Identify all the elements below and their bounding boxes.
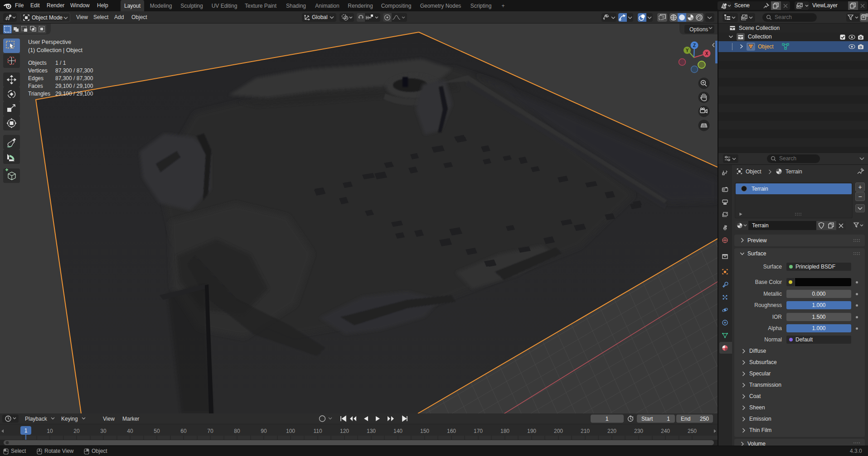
svg-text:87,300 / 87,300: 87,300 / 87,300: [55, 67, 93, 74]
svg-text:200: 200: [554, 428, 563, 434]
svg-text:20: 20: [73, 428, 80, 434]
svg-text:250: 250: [688, 428, 697, 434]
svg-text:70: 70: [207, 428, 213, 434]
svg-text:Triangles: Triangles: [28, 91, 50, 97]
svg-text:110: 110: [313, 428, 322, 434]
svg-text:Z: Z: [693, 43, 696, 48]
svg-text:29,100 / 29,100: 29,100 / 29,100: [55, 91, 93, 97]
svg-text:180: 180: [500, 428, 509, 434]
svg-text:130: 130: [367, 428, 376, 434]
svg-text:90: 90: [261, 428, 267, 434]
svg-text:240: 240: [661, 428, 670, 434]
svg-text:Objects: Objects: [28, 60, 47, 66]
svg-text:80: 80: [234, 428, 240, 434]
svg-text:Options: Options: [689, 26, 708, 33]
svg-text:Vertices: Vertices: [28, 67, 48, 74]
svg-text:1: 1: [667, 416, 670, 422]
svg-text:87,300 / 87,300: 87,300 / 87,300: [55, 75, 93, 82]
svg-text:29,100 / 29,100: 29,100 / 29,100: [55, 83, 93, 89]
svg-text:220: 220: [607, 428, 616, 434]
svg-text:Edges: Edges: [28, 75, 44, 82]
svg-text:40: 40: [127, 428, 133, 434]
svg-text:1: 1: [24, 427, 28, 434]
svg-text:View: View: [103, 416, 115, 422]
svg-text:140: 140: [393, 428, 402, 434]
svg-text:30: 30: [100, 428, 107, 434]
svg-text:170: 170: [474, 428, 483, 434]
svg-text:1 / 1: 1 / 1: [55, 60, 66, 66]
svg-text:150: 150: [420, 428, 429, 434]
svg-text:100: 100: [286, 428, 295, 434]
svg-text:120: 120: [340, 428, 349, 434]
svg-text:Start: Start: [641, 416, 653, 422]
svg-text:X: X: [705, 51, 708, 56]
svg-text:230: 230: [634, 428, 643, 434]
svg-text:250: 250: [700, 416, 709, 422]
svg-text:Y: Y: [686, 48, 689, 53]
svg-text:User Perspective: User Perspective: [28, 39, 71, 45]
svg-text:Marker: Marker: [122, 416, 139, 422]
svg-text:End: End: [681, 416, 690, 422]
svg-text:160: 160: [447, 428, 456, 434]
svg-text:10: 10: [47, 428, 53, 434]
svg-text:60: 60: [180, 428, 187, 434]
svg-text:Keying: Keying: [61, 416, 78, 422]
svg-text:(1) Collection | Object: (1) Collection | Object: [28, 47, 82, 53]
svg-text:Faces: Faces: [28, 83, 43, 89]
svg-text:50: 50: [154, 428, 160, 434]
svg-text:Playback: Playback: [25, 416, 48, 422]
svg-text:1: 1: [606, 416, 609, 422]
svg-text:190: 190: [527, 428, 536, 434]
svg-text:210: 210: [581, 428, 590, 434]
